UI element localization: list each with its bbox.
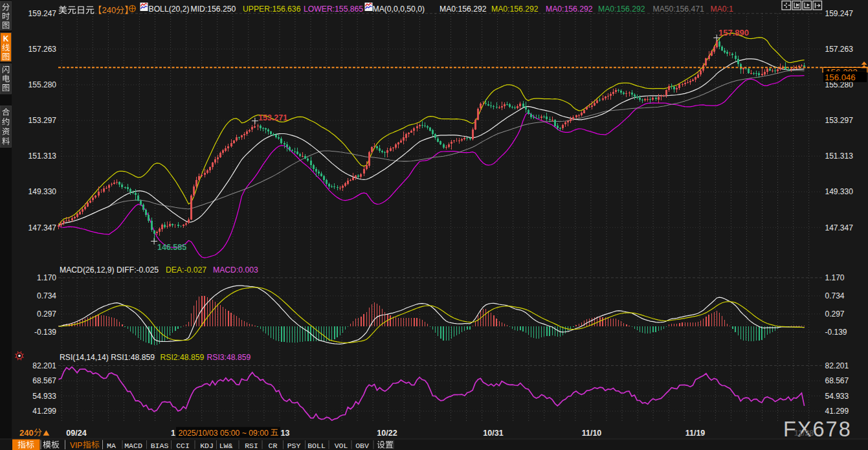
svg-text:MA0:156.292: MA0:156.292 [440, 5, 487, 14]
svg-text:240: 240 [19, 428, 34, 438]
svg-text:1: 1 [171, 429, 175, 438]
svg-text:151.313: 151.313 [28, 152, 57, 161]
svg-text:RSI(14,14,14) RSI1:48.859: RSI(14,14,14) RSI1:48.859 [60, 353, 155, 362]
svg-text:13: 13 [281, 429, 290, 438]
svg-text:11/10: 11/10 [582, 429, 602, 438]
svg-text:10/22: 10/22 [377, 429, 397, 438]
svg-text:MACD(26,12,9) DIFF:-0.025: MACD(26,12,9) DIFF:-0.025 [60, 265, 159, 275]
svg-text:0.297: 0.297 [825, 309, 845, 319]
svg-text:149.330: 149.330 [28, 187, 57, 196]
svg-text:149.330: 149.330 [825, 187, 854, 196]
svg-text:54.933: 54.933 [825, 392, 849, 401]
svg-text:240: 240 [102, 5, 117, 15]
svg-text:RSI2:48.859: RSI2:48.859 [161, 353, 205, 362]
svg-text:OBV: OBV [355, 442, 369, 450]
svg-text:MA0:156.292: MA0:156.292 [598, 5, 645, 14]
svg-text:VOL: VOL [335, 442, 348, 450]
svg-text:K: K [3, 34, 9, 43]
svg-text:UPPER:156.636: UPPER:156.636 [243, 5, 301, 14]
svg-text:BIAS: BIAS [151, 442, 169, 450]
svg-text:PSY: PSY [287, 442, 301, 450]
svg-text:147.347: 147.347 [825, 223, 854, 232]
svg-text:LOWER:155.865: LOWER:155.865 [304, 5, 363, 14]
svg-text:11/19: 11/19 [685, 429, 706, 438]
svg-text:157.263: 157.263 [825, 45, 854, 54]
svg-text:2025/10/03 05:00 ~ 09:00: 2025/10/03 05:00 ~ 09:00 [179, 429, 269, 438]
svg-text:156.046: 156.046 [825, 73, 856, 82]
svg-text:151.313: 151.313 [825, 152, 854, 161]
svg-text:CCI: CCI [176, 442, 190, 450]
svg-text:146.585: 146.585 [157, 243, 186, 252]
svg-text:10/31: 10/31 [483, 429, 503, 438]
svg-text:68.567: 68.567 [32, 376, 56, 385]
svg-text:CR: CR [269, 442, 278, 450]
svg-text:157.890: 157.890 [718, 28, 749, 38]
svg-text:157.263: 157.263 [28, 45, 57, 54]
svg-text:DEA:-0.027: DEA:-0.027 [166, 265, 206, 275]
svg-text:-0.139: -0.139 [34, 328, 56, 337]
svg-text:KDJ: KDJ [200, 442, 214, 450]
svg-text:155.280: 155.280 [28, 80, 57, 89]
svg-text:159.247: 159.247 [28, 9, 57, 18]
svg-text:1.170: 1.170 [825, 273, 845, 282]
svg-text:BOLL: BOLL [307, 442, 326, 450]
svg-text:MACD:0.003: MACD:0.003 [213, 265, 258, 275]
svg-text:1.170: 1.170 [37, 273, 56, 282]
svg-text:0.734: 0.734 [825, 291, 845, 300]
svg-text:09/24: 09/24 [66, 429, 86, 438]
svg-text:41.299: 41.299 [32, 407, 56, 416]
svg-text:153.297: 153.297 [28, 116, 57, 125]
svg-text:82.201: 82.201 [825, 361, 849, 370]
svg-text:11/28: 11/28 [794, 429, 814, 438]
svg-text:153.271: 153.271 [258, 113, 287, 122]
svg-text:MA: MA [107, 442, 116, 450]
svg-text:MA0:1: MA0:1 [711, 5, 733, 14]
svg-text:54.933: 54.933 [32, 392, 56, 401]
svg-text:RSI: RSI [245, 442, 258, 450]
svg-text:RSI3:48.859: RSI3:48.859 [207, 353, 251, 362]
svg-text:MA0:156.292: MA0:156.292 [546, 5, 593, 14]
svg-text:0.734: 0.734 [37, 291, 56, 300]
svg-text:147.347: 147.347 [28, 223, 57, 232]
svg-text:BOLL(20,2): BOLL(20,2) [149, 5, 190, 14]
svg-text:MA(0,0,0,50,0): MA(0,0,0,50,0) [373, 5, 425, 14]
svg-text:MA50:156.471: MA50:156.471 [653, 5, 705, 14]
svg-text:VIP: VIP [70, 441, 82, 450]
svg-text:MID:156.250: MID:156.250 [191, 5, 236, 14]
svg-text:-0.139: -0.139 [825, 328, 847, 337]
svg-text:82.201: 82.201 [32, 361, 56, 370]
svg-text:0.297: 0.297 [37, 309, 56, 319]
svg-text:153.297: 153.297 [825, 116, 854, 125]
svg-text:159.247: 159.247 [825, 9, 854, 18]
svg-text:68.567: 68.567 [825, 376, 849, 385]
svg-text:MA0:156.292: MA0:156.292 [491, 5, 539, 14]
svg-text:MACD: MACD [124, 442, 142, 450]
svg-text:41.299: 41.299 [825, 407, 849, 416]
svg-text:LW&: LW& [219, 442, 233, 450]
